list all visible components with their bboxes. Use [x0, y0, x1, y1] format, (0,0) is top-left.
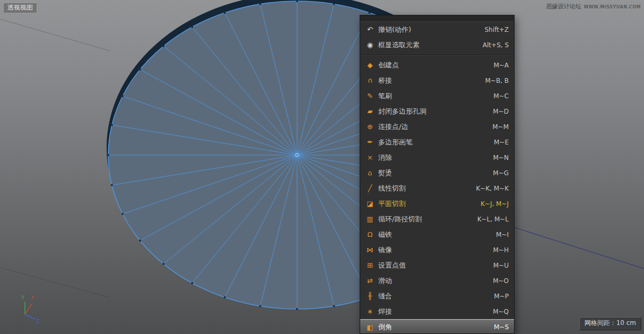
menu-item-shortcut: K~L, M~L: [477, 216, 509, 223]
menu-item-iron[interactable]: ⌂熨烫M~G: [360, 165, 514, 181]
menu-item-shortcut: Shift+Z: [484, 26, 509, 33]
slide-icon: ⇄: [365, 277, 375, 284]
menu-item-shortcut: M~E: [494, 139, 509, 146]
set-point-value-icon: ⊞: [365, 262, 375, 269]
polygon-pen-icon: ✒: [365, 139, 375, 145]
menu-item-shortcut: M~C: [493, 92, 509, 100]
menu-item-connect-points-edges[interactable]: ⊕连接点/边M~M: [360, 119, 514, 134]
menu-item-magnet[interactable]: Ω磁铁M~I: [360, 227, 514, 242]
brush-icon: ✎: [365, 92, 375, 99]
menu-item-shortcut: M~G: [493, 169, 509, 177]
menu-item-shortcut: M~O: [493, 277, 509, 285]
axis-y-label: Y: [21, 295, 25, 301]
grid-spacing-status: 网格间距：10 cm: [579, 317, 641, 330]
menu-item-label: 笔刷: [378, 91, 392, 101]
menu-item-frame-selected[interactable]: ◉框显选取元素Alt+S, S: [360, 37, 514, 53]
menu-item-label: 线性切割: [378, 184, 406, 193]
menu-item-shortcut: M~Q: [493, 308, 509, 315]
menu-item-shortcut: M~P: [494, 293, 509, 300]
menu-item-label: 撤销(动作): [378, 25, 411, 35]
menu-item-bridge[interactable]: ∩桥接M~B, B: [360, 73, 514, 88]
bridge-icon: ∩: [365, 77, 375, 84]
viewport-view-label[interactable]: 透视视图: [3, 3, 37, 13]
iron-icon: ⌂: [365, 169, 375, 176]
menu-item-polygon-pen[interactable]: ✒多边形画笔M~E: [360, 134, 514, 150]
menu-separator: [360, 53, 514, 57]
menu-item-create-point[interactable]: ◆创建点M~A: [360, 57, 514, 73]
axis-gizmo: Y X Z: [15, 290, 49, 326]
menu-item-shortcut: M~A: [493, 62, 509, 69]
menu-item-close-polygon-hole[interactable]: ▰封闭多边形孔洞M~D: [360, 104, 514, 119]
mirror-icon: ⋈: [365, 246, 375, 253]
axis-z-line: [25, 314, 35, 319]
watermark: 思缘设计论坛 WWW.MISSYUAN.COM: [546, 3, 641, 11]
menu-item-weld[interactable]: ∗焊接M~Q: [360, 304, 514, 319]
menu-item-bevel[interactable]: ◧倒角M~S: [360, 319, 514, 334]
menu-item-label: 滑动: [378, 276, 392, 286]
undo-icon: ↶: [365, 26, 375, 33]
menu-item-line-cut[interactable]: ╱线性切割K~K, M~K: [360, 181, 514, 196]
menu-item-undo-action[interactable]: ↶撤销(动作)Shift+Z: [360, 22, 514, 37]
create-point-icon: ◆: [365, 62, 375, 68]
dissolve-icon: ×: [365, 154, 375, 161]
loop-cut-icon: ▥: [365, 216, 375, 222]
menu-grip[interactable]: [360, 15, 514, 22]
menu-item-shortcut: Alt+S, S: [483, 41, 509, 49]
line-cut-icon: ╱: [365, 185, 375, 192]
menu-item-label: 框显选取元素: [378, 40, 420, 50]
bevel-icon: ◧: [365, 324, 375, 331]
menu-item-stitch-sew[interactable]: ╫缝合M~P: [360, 288, 514, 304]
menu-item-shortcut: M~B, B: [485, 77, 509, 84]
menu-item-shortcut: M~U: [493, 262, 509, 269]
menu-item-label: 桥接: [378, 76, 392, 85]
menu-item-label: 镜像: [378, 245, 392, 255]
frame-select-icon: ◉: [365, 41, 375, 48]
menu-item-shortcut: M~H: [493, 246, 509, 254]
axis-x-label: X: [31, 295, 34, 301]
menu-item-slide[interactable]: ⇄滑动M~O: [360, 273, 514, 288]
axis-z-label: Z: [36, 319, 40, 324]
context-menu: ↶撤销(动作)Shift+Z◉框显选取元素Alt+S, S◆创建点M~A∩桥接M…: [360, 15, 515, 334]
plane-cut-icon: ◪: [365, 200, 375, 207]
stitch-icon: ╫: [365, 293, 375, 299]
menu-item-label: 倒角: [378, 322, 392, 332]
menu-item-label: 封闭多边形孔洞: [378, 107, 427, 116]
menu-item-set-point-value[interactable]: ⊞设置点值M~U: [360, 258, 514, 273]
menu-item-shortcut: K~J, M~J: [481, 200, 509, 208]
menu-item-label: 平面切割: [378, 199, 406, 209]
watermark-title: 思缘设计论坛: [546, 3, 581, 11]
menu-item-label: 循环/路径切割: [378, 215, 422, 224]
menu-item-shortcut: M~M: [492, 123, 509, 131]
menu-item-dissolve[interactable]: ×消除M~N: [360, 150, 514, 165]
watermark-url: WWW.MISSYUAN.COM: [584, 5, 641, 10]
menu-item-label: 磁铁: [378, 230, 392, 239]
menu-item-plane-cut[interactable]: ◪平面切割K~J, M~J: [360, 196, 514, 211]
menu-item-shortcut: M~N: [493, 154, 509, 161]
menu-item-mirror[interactable]: ⋈镜像M~H: [360, 242, 514, 258]
menu-item-label: 连接点/边: [378, 122, 408, 132]
weld-icon: ∗: [365, 308, 375, 315]
connect-icon: ⊕: [365, 123, 375, 130]
menu-item-shortcut: M~D: [493, 108, 509, 115]
menu-item-shortcut: M~S: [494, 323, 509, 331]
menu-item-loop-path-cut[interactable]: ▥循环/路径切割K~L, M~L: [360, 211, 514, 227]
menu-item-label: 缝合: [378, 292, 392, 301]
menu-item-label: 焊接: [378, 307, 392, 316]
menu-item-label: 消除: [378, 153, 392, 162]
menu-item-shortcut: K~K, M~K: [476, 185, 509, 192]
menu-item-label: 设置点值: [378, 261, 406, 270]
menu-item-shortcut: M~I: [496, 231, 509, 238]
menu-item-brush[interactable]: ✎笔刷M~C: [360, 88, 514, 104]
viewport: 透视视图 思缘设计论坛 WWW.MISSYUAN.COM Y X Z 网格间距：…: [0, 0, 644, 334]
scene-svg[interactable]: [0, 0, 644, 334]
magnet-icon: Ω: [365, 231, 375, 238]
menu-item-label: 创建点: [378, 61, 399, 70]
axis-x-line: [25, 304, 32, 314]
menu-item-label: 多边形画笔: [378, 138, 413, 147]
close-hole-icon: ▰: [365, 108, 375, 115]
menu-item-label: 熨烫: [378, 168, 392, 178]
context-menu-list: ↶撤销(动作)Shift+Z◉框显选取元素Alt+S, S◆创建点M~A∩桥接M…: [360, 22, 514, 334]
